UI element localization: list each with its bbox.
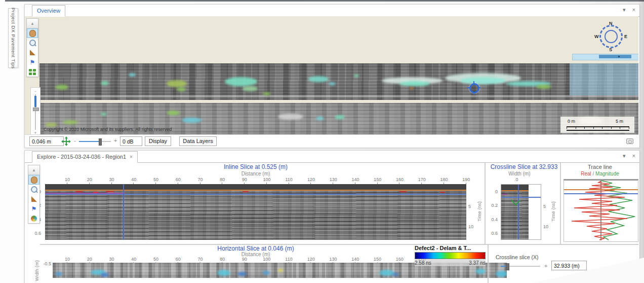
defect-mark [440, 192, 445, 193]
magnifier-icon [31, 186, 37, 193]
defect-patch [182, 118, 202, 123]
purple-region-mark [45, 193, 125, 194]
compass-inner-ring [605, 30, 618, 43]
zoom-slider-fill [34, 96, 36, 107]
x-tick: 150 [372, 257, 384, 262]
green-pick-marks [510, 199, 526, 207]
y-tick: 0.4 [490, 217, 498, 222]
measure-tool-button[interactable] [27, 48, 38, 57]
x-tick: 30 [106, 177, 118, 182]
inline-position-cursor[interactable] [518, 185, 519, 239]
gain-plus[interactable]: + [114, 137, 117, 144]
flag-tool-button[interactable]: ⚑ [27, 57, 38, 67]
tile-view-button[interactable] [27, 67, 38, 77]
defect-patch [101, 113, 107, 116]
data-layers-button[interactable]: Data Layers [179, 136, 217, 146]
defect-colorbar [415, 252, 486, 259]
measure-tool-button[interactable] [28, 194, 39, 204]
x-tick: 40 [128, 177, 140, 182]
defect-patch [399, 81, 430, 86]
explore-toolbar: ▲ ⚑ [28, 165, 40, 224]
toolbar-scroll-up-button[interactable]: ▲ [28, 165, 39, 175]
set-square-icon [30, 50, 35, 55]
selection-region-overlay[interactable] [570, 63, 638, 95]
defect-patch [316, 117, 324, 120]
x-tick: 30 [106, 257, 118, 262]
toolbar-scroll-up-button[interactable]: ▲ [27, 19, 38, 28]
tab-close-icon[interactable]: × [130, 154, 133, 160]
display-button[interactable]: Display [145, 136, 171, 146]
pan-move-icon[interactable] [62, 137, 70, 145]
defect-patch [225, 77, 257, 86]
close-icon[interactable]: × [632, 7, 635, 13]
inline-slice-radargram[interactable] [45, 184, 466, 240]
compass-rose[interactable]: N E S W [596, 21, 626, 52]
dropdown-icon[interactable]: ▾ [623, 153, 626, 159]
mini-scrollbar-track[interactable] [572, 54, 638, 60]
pan-tool-button[interactable] [28, 175, 39, 185]
x-tick: 160 [393, 177, 406, 182]
mini-scrollbar-handle[interactable] [599, 55, 631, 58]
x-tick: 90 [238, 177, 251, 182]
project-dx-pavement-tips-tab[interactable]: Project DX Pavement Tips [8, 8, 18, 68]
pan-tool-button[interactable] [27, 28, 38, 38]
x-tick: 110 [283, 177, 295, 182]
position-value-input[interactable] [29, 136, 64, 146]
map-zoom-slider[interactable]: - + [30, 87, 41, 134]
compass-e-label: E [624, 34, 627, 39]
defect-patch [177, 87, 186, 91]
lane-line [39, 95, 638, 97]
panel-divider[interactable] [560, 163, 561, 244]
x-tick: 130 [327, 257, 339, 262]
zoom-slider-handle[interactable] [33, 108, 39, 111]
close-icon[interactable]: × [632, 153, 635, 159]
gain-value-input[interactable] [120, 136, 142, 146]
x-tick: 140 [349, 257, 361, 262]
defect-patch [329, 82, 336, 85]
y-tick: 0.6 [490, 231, 498, 236]
defect-legend-title: Defect2 - Delam & T... [415, 245, 486, 251]
zoom-tool-button[interactable] [28, 185, 39, 194]
set-square-icon [31, 196, 37, 202]
crossline-slice-plot[interactable] [501, 184, 541, 240]
pavement-surface-line [501, 190, 529, 191]
x-tick: 140 [349, 177, 361, 182]
zoom-tool-button[interactable] [27, 38, 38, 48]
x-tick: 40 [128, 257, 140, 262]
gain-minus[interactable]: - [74, 137, 76, 144]
panel-divider[interactable] [485, 163, 486, 244]
gain-slider[interactable] [79, 141, 111, 142]
crossline-position-cursor[interactable] [123, 184, 124, 240]
zoom-in-icon[interactable]: + [31, 130, 40, 134]
horizontal-slice-depth-line [45, 194, 466, 195]
dropdown-icon[interactable]: ▾ [623, 7, 626, 13]
position-crosshair-marker[interactable] [467, 81, 480, 94]
x-tick: 70 [194, 177, 207, 182]
horizontal-slice-depth-line [564, 193, 638, 194]
map-copyright: Copyright © 2020 Microsoft and its suppl… [44, 127, 172, 132]
crossline-slider-handle[interactable] [506, 263, 509, 270]
project-dx-pavement-tips-label: Project DX Pavement Tips [11, 8, 16, 68]
tab-explore-region1[interactable]: Explore - 2015-03-24-036 - Region1× [32, 151, 138, 163]
trace-plot[interactable] [564, 179, 638, 242]
flag-icon: ⚑ [30, 59, 35, 65]
zoom-out-icon[interactable]: - [31, 89, 40, 94]
tab-overview[interactable]: Overview [32, 5, 65, 17]
overview-radar-strip-top[interactable] [39, 63, 638, 100]
defect-patch [410, 87, 414, 89]
defect-mark [106, 191, 114, 192]
defect-mark [93, 192, 98, 193]
snapshot-camera-icon[interactable] [626, 138, 633, 144]
explore-window-controls: ▾ × [618, 153, 635, 159]
defect-patch [278, 114, 303, 120]
flag-tool-button[interactable]: ⚑ [28, 204, 39, 214]
display-options-button[interactable] [28, 214, 39, 223]
overview-map[interactable]: N E S W 0 m 5 m - + Copyright [25, 16, 638, 134]
overview-panel: Overview ▾ × [24, 4, 640, 148]
panel-divider[interactable] [488, 245, 489, 283]
pavement-surface-line [45, 190, 466, 191]
crossline-slice-radargram[interactable] [501, 185, 529, 239]
crossline-minus[interactable]: - [495, 263, 497, 269]
gain-slider-handle[interactable] [99, 138, 102, 146]
x-tick: 190 [460, 177, 472, 182]
